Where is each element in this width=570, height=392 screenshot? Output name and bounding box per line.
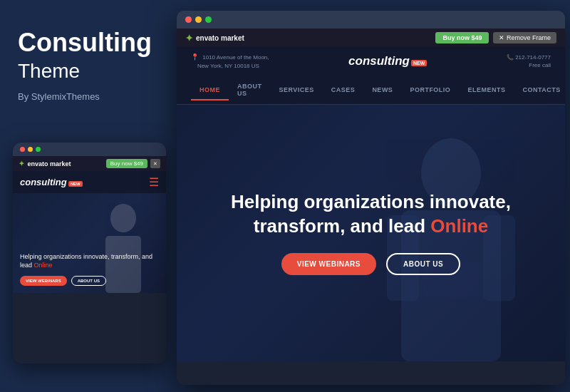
mobile-buy-button[interactable]: Buy now $49 (106, 159, 147, 168)
desktop-hero-heading: Helping organizations innovate, transfor… (231, 190, 511, 239)
mobile-envato-logo: ✦ envato market (19, 160, 71, 167)
mobile-dot-yellow (28, 147, 33, 152)
desktop-browser-bar (177, 11, 565, 29)
nav-item-portfolio[interactable]: PORTFOLIO (401, 79, 459, 100)
desktop-buy-button[interactable]: Buy now $49 (435, 32, 489, 43)
mobile-webinars-button[interactable]: VIEW WEBINARS (20, 276, 67, 286)
desktop-logo: consulting NEW (348, 54, 427, 68)
desktop-webinars-button[interactable]: VIEW WEBINARS (281, 253, 376, 275)
mobile-new-badge: NEW (68, 181, 83, 187)
mobile-dot-green (36, 147, 41, 152)
mobile-site-header: consulting NEW ☰ (13, 171, 166, 193)
hamburger-icon[interactable]: ☰ (149, 175, 159, 189)
envato-leaf-icon-desktop: ✦ (185, 33, 193, 43)
main-title-line1: Consulting (18, 29, 153, 57)
envato-leaf-icon: ✦ (19, 160, 24, 167)
nav-item-contacts[interactable]: CONTACTS (514, 79, 565, 100)
nav-item-about[interactable]: ABOUT US (229, 76, 271, 104)
mobile-close-button[interactable]: ✕ (150, 159, 160, 168)
desktop-about-button[interactable]: ABOUT US (386, 253, 460, 275)
desktop-envato-bar: ✦ envato market Buy now $49 ✕ Remove Fra… (177, 29, 565, 47)
desktop-hero-online: Online (430, 215, 488, 237)
mobile-envato-bar: ✦ envato market Buy now $49 ✕ (13, 156, 166, 171)
mobile-logo: consulting NEW (20, 177, 83, 187)
desktop-phone-info: 📞 212-714-0777 Free call (507, 53, 551, 69)
nav-item-cases[interactable]: CASES (323, 79, 364, 100)
mobile-logo-text: consulting (20, 177, 67, 187)
nav-item-home[interactable]: HOME (191, 79, 229, 100)
desktop-address: 📍 1010 Avenue of the Moon, New York, NY … (191, 53, 269, 70)
mobile-about-button[interactable]: ABOUT US (71, 276, 106, 286)
mobile-hero-online: Online (34, 262, 53, 269)
mobile-hero-heading: Helping organizations innovate, transfor… (20, 252, 159, 270)
author-label: By StylemixThemes (18, 91, 153, 102)
desktop-new-badge: NEW (411, 60, 427, 66)
mobile-dot-red (20, 147, 25, 152)
desktop-logo-text: consulting (348, 54, 410, 68)
mobile-mockup: ✦ envato market Buy now $49 ✕ consulting… (13, 143, 166, 363)
desktop-dot-yellow (195, 16, 202, 23)
desktop-hero-buttons: VIEW WEBINARS ABOUT US (231, 253, 511, 275)
desktop-nav: HOME ABOUT US SERVICES CASES NEWS PORTFO… (177, 76, 565, 105)
desktop-envato-actions: Buy now $49 ✕ Remove Frame (435, 32, 556, 43)
nav-item-news[interactable]: NEWS (363, 79, 401, 100)
desktop-remove-frame-button[interactable]: ✕ Remove Frame (493, 32, 556, 43)
main-title-line2: Theme (18, 60, 153, 83)
svg-point-0 (110, 204, 136, 232)
location-icon: 📍 (191, 53, 199, 61)
desktop-dot-red (185, 16, 192, 23)
desktop-mockup: ✦ envato market Buy now $49 ✕ Remove Fra… (177, 11, 565, 385)
mobile-hero: Helping organizations innovate, transfor… (13, 193, 166, 293)
phone-icon: 📞 (507, 54, 515, 61)
mobile-hero-buttons: VIEW WEBINARS ABOUT US (20, 276, 159, 286)
nav-item-services[interactable]: SERVICES (271, 79, 323, 100)
desktop-site-header: 📍 1010 Avenue of the Moon, New York, NY … (177, 47, 565, 76)
desktop-hero: Helping organizations innovate, transfor… (177, 105, 565, 361)
desktop-hero-content: Helping organizations innovate, transfor… (202, 190, 539, 275)
nav-item-elements[interactable]: ELEMENTS (459, 79, 514, 100)
desktop-envato-logo: ✦ envato market (185, 33, 244, 43)
desktop-dot-green (205, 16, 212, 23)
mobile-browser-bar (13, 143, 166, 156)
mobile-envato-actions: Buy now $49 ✕ (106, 159, 160, 168)
